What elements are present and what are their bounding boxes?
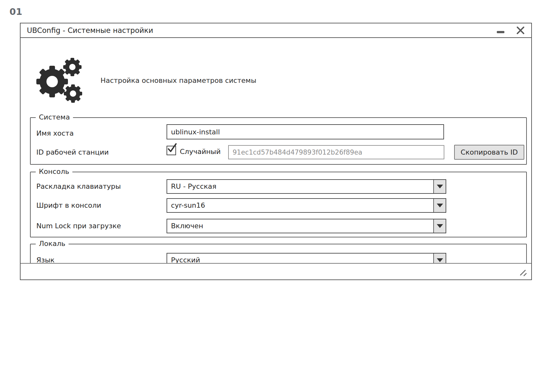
ubconfig-window: UBConfig - Системные настройки bbox=[20, 23, 532, 280]
resize-grip-icon[interactable] bbox=[519, 269, 527, 277]
window-controls bbox=[496, 26, 525, 35]
window-title: UBConfig - Системные настройки bbox=[27, 26, 153, 34]
keyboard-layout-select[interactable]: RU - Русская bbox=[167, 179, 446, 194]
close-button[interactable] bbox=[516, 26, 525, 35]
station-id-label: ID рабочей станции bbox=[36, 148, 109, 156]
numlock-label: Num Lock при загрузке bbox=[36, 222, 121, 230]
window-description: Настройка основных параметров системы bbox=[100, 77, 256, 84]
numlock-select[interactable]: Включен bbox=[167, 219, 446, 233]
random-id-checkbox[interactable] bbox=[167, 146, 176, 155]
chevron-down-icon[interactable] bbox=[433, 180, 446, 193]
random-id-checkbox-label[interactable]: Случайный bbox=[180, 148, 221, 156]
page-number-label: 01 bbox=[9, 6, 22, 17]
hostname-input[interactable] bbox=[167, 124, 444, 139]
station-id-input[interactable] bbox=[228, 145, 444, 159]
keyboard-layout-label: Раскладка клавиатуры bbox=[36, 182, 121, 190]
gears-icon bbox=[33, 56, 84, 104]
group-system-legend: Система bbox=[36, 113, 73, 121]
copy-id-button[interactable]: Скопировать ID bbox=[454, 145, 524, 160]
group-system: Система Имя хоста ID рабочей станции Слу… bbox=[30, 117, 527, 165]
group-console: Консоль Раскладка клавиатуры RU - Русска… bbox=[30, 172, 527, 237]
window-body: Настройка основных параметров системы Си… bbox=[21, 38, 531, 279]
minimize-button[interactable] bbox=[496, 26, 505, 34]
numlock-value: Включен bbox=[171, 219, 203, 233]
group-locale-legend: Локаль bbox=[36, 240, 69, 248]
hostname-label: Имя хоста bbox=[36, 129, 74, 137]
chevron-down-icon[interactable] bbox=[433, 199, 446, 212]
minimize-icon bbox=[497, 31, 504, 33]
status-bar bbox=[21, 263, 531, 279]
console-font-select[interactable]: cyr-sun16 bbox=[167, 198, 446, 213]
checkmark-icon bbox=[167, 144, 176, 153]
console-font-label: Шрифт в консоли bbox=[36, 201, 101, 209]
group-console-legend: Консоль bbox=[36, 168, 72, 175]
keyboard-layout-value: RU - Русская bbox=[171, 180, 216, 193]
close-icon bbox=[516, 26, 525, 34]
chevron-down-icon[interactable] bbox=[433, 219, 446, 233]
console-font-value: cyr-sun16 bbox=[171, 199, 205, 212]
title-bar: UBConfig - Системные настройки bbox=[21, 23, 531, 38]
